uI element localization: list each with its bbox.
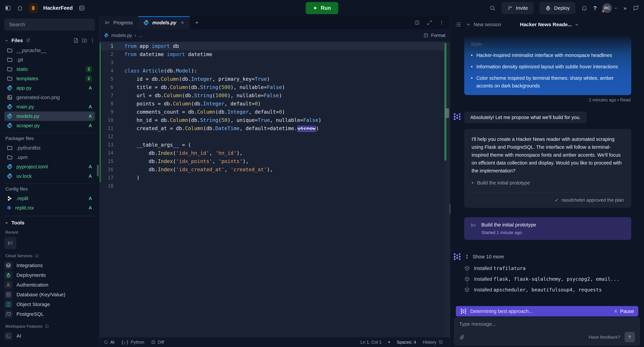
search-input[interactable] <box>4 19 95 31</box>
task-card[interactable]: Build the initial prototype Started 1 mi… <box>464 217 631 240</box>
tab-models-py[interactable]: models.py <box>138 16 190 29</box>
file-row-.git[interactable]: .git <box>4 55 95 65</box>
tool-item-database-key-value-[interactable]: Database (Key/Value) <box>4 290 95 299</box>
code-line-9[interactable]: 9 comments_count = db.Column(db.Integer,… <box>100 108 450 116</box>
code-line-1[interactable]: 1from app import db <box>100 42 450 50</box>
search-icon[interactable] <box>489 5 496 11</box>
home-icon[interactable] <box>17 5 23 11</box>
new-file-icon[interactable] <box>73 38 79 43</box>
file-row-.replit[interactable]: .replitA <box>4 194 95 203</box>
breadcrumb[interactable]: models.py › ... Format <box>100 29 450 42</box>
chat-input[interactable] <box>459 321 635 332</box>
code-line-18[interactable]: 18 <box>100 182 450 190</box>
code-line-12[interactable]: 12 <box>100 132 450 141</box>
status-diff[interactable]: Diff <box>151 339 164 345</box>
sidebar-scrollbar[interactable] <box>97 165 98 176</box>
tool-item-authentication[interactable]: Authentication <box>4 280 95 290</box>
sidebar-toggle-icon[interactable] <box>5 5 11 11</box>
code-line-7[interactable]: 7 url = db.Column(db.String(1000), nulla… <box>100 91 450 100</box>
file-name: __pycache__ <box>16 48 46 53</box>
deploy-button[interactable]: Deploy <box>539 2 576 14</box>
kebab-menu-icon[interactable] <box>439 20 444 25</box>
recent-progress-tool-button[interactable] <box>4 237 16 249</box>
attachment-paperclip-icon[interactable] <box>459 334 465 340</box>
code-area[interactable]: 1from app import db2from datetime import… <box>100 42 450 337</box>
notifications-bell-icon[interactable] <box>581 5 588 11</box>
file-row-templates[interactable]: templates2 <box>4 74 95 83</box>
code-line-2[interactable]: 2from datetime import datetime <box>100 50 450 59</box>
check-icon: ✓ <box>554 197 559 203</box>
python-icon <box>143 20 149 26</box>
show-more-button[interactable]: Show 10 more <box>464 254 504 259</box>
file-row-scraper.py[interactable]: scraper.pyA <box>4 121 95 130</box>
invite-button[interactable]: Invite <box>502 2 534 14</box>
expand-icon[interactable] <box>427 20 432 26</box>
tool-item-integrations[interactable]: Integrations <box>4 260 95 270</box>
new-folder-icon[interactable] <box>82 38 87 43</box>
tool-item-ai[interactable]: AI <box>4 331 95 341</box>
code-line-11[interactable]: 11 created_at = db.Column(db.DateTime, d… <box>100 124 450 132</box>
code-line-17[interactable]: 17 ) <box>100 174 450 182</box>
code-line-13[interactable]: 13 __table_args__ = ( <box>100 141 450 149</box>
file-row-.upm[interactable]: .upm <box>4 153 95 162</box>
code-line-10[interactable]: 10 hn_id = db.Column(db.String(50), uniq… <box>100 116 450 124</box>
kebab-menu-icon[interactable] <box>90 38 95 43</box>
collapse-panel-icon[interactable]: » <box>624 5 626 11</box>
workspace-layout-icon[interactable] <box>78 5 85 12</box>
file-row-uv.lock[interactable]: uv.lockA <box>4 171 95 181</box>
tab-progress[interactable]: Progress <box>100 16 138 29</box>
send-button[interactable] <box>624 332 635 342</box>
project-icon[interactable] <box>29 4 38 13</box>
account-menu[interactable]: RC ✦ <box>602 3 618 13</box>
code-text: class Article(db.Model): <box>118 68 197 74</box>
breadcrumb-more[interactable]: ... <box>139 33 143 38</box>
chevron-down-icon <box>574 22 579 27</box>
info-icon <box>35 254 39 258</box>
code-line-6[interactable]: 6 title = db.Column(db.String(500), null… <box>100 83 450 91</box>
status-ai[interactable]: AI <box>104 339 114 345</box>
panel-resize-handle[interactable] <box>449 204 451 214</box>
session-list-icon[interactable] <box>455 21 462 28</box>
file-row-__pycache__[interactable]: __pycache__ <box>4 46 95 55</box>
feedback-link[interactable]: Have feedback? <box>589 334 620 340</box>
code-line-4[interactable]: 4class Article(db.Model): <box>100 67 450 75</box>
code-line-16[interactable]: 16 db.Index('idx_created_at', 'created_a… <box>100 165 450 174</box>
file-row-replit.nix[interactable]: ❄replit.nixA <box>4 203 95 213</box>
status-language[interactable]: {✓} Python <box>121 339 144 345</box>
code-line-14[interactable]: 14 db.Index('idx_hn_id', 'hn_id'), <box>100 149 450 157</box>
session-title-dropdown[interactable]: Hacker News Reade... <box>520 22 579 27</box>
chevron-down-icon[interactable] <box>4 221 9 225</box>
help-icon[interactable]: ? <box>593 5 597 12</box>
ai-chat-icon[interactable] <box>632 5 639 12</box>
new-session-button[interactable]: New session <box>466 22 501 27</box>
code-line-3[interactable]: 3 <box>100 59 450 67</box>
file-row-main.py[interactable]: main.pyA <box>4 102 95 112</box>
new-tab-button[interactable] <box>190 16 204 29</box>
file-row-pyproject.toml[interactable]: pyproject.tomlA <box>4 162 95 171</box>
tool-item-object-storage[interactable]: 1001Object Storage <box>4 299 95 309</box>
plus-icon <box>466 22 471 27</box>
close-tab-icon[interactable] <box>180 21 185 25</box>
code-line-5[interactable]: 5 id = db.Column(db.Integer, primary_key… <box>100 75 450 83</box>
pause-button[interactable]: Pause <box>614 308 634 314</box>
file-row-models.py[interactable]: models.pyA <box>4 112 95 121</box>
tools-header: Tools <box>12 220 24 226</box>
chevron-down-icon[interactable] <box>4 38 9 43</box>
split-pane-icon[interactable] <box>414 20 420 26</box>
scrollbar-thumb[interactable] <box>446 108 449 118</box>
code-line-15[interactable]: 15 db.Index('idx_points', 'points'), <box>100 157 450 165</box>
editor-scrollbar[interactable] <box>444 42 450 337</box>
file-row-generated-icon.png[interactable]: generated-icon.png <box>4 93 95 102</box>
code-line-8[interactable]: 8 points = db.Column(db.Integer, default… <box>100 100 450 108</box>
tool-item-deployments[interactable]: Deployments <box>4 270 95 280</box>
status-cursor-position[interactable]: Ln 1, Col 1 <box>360 339 382 345</box>
run-button[interactable]: Run <box>306 2 338 14</box>
check-circle-icon[interactable] <box>26 38 30 43</box>
status-history[interactable]: History <box>423 339 443 345</box>
tool-item-postgresql[interactable]: PostgreSQL <box>4 309 95 319</box>
file-row-app.py[interactable]: app.pyA <box>4 83 95 93</box>
file-row-.pythonlibs[interactable]: .pythonlibs <box>4 143 95 153</box>
file-row-static[interactable]: static2 <box>4 65 95 74</box>
status-spaces[interactable]: Spaces: 4 <box>397 339 416 345</box>
format-button[interactable]: Format <box>423 33 446 38</box>
